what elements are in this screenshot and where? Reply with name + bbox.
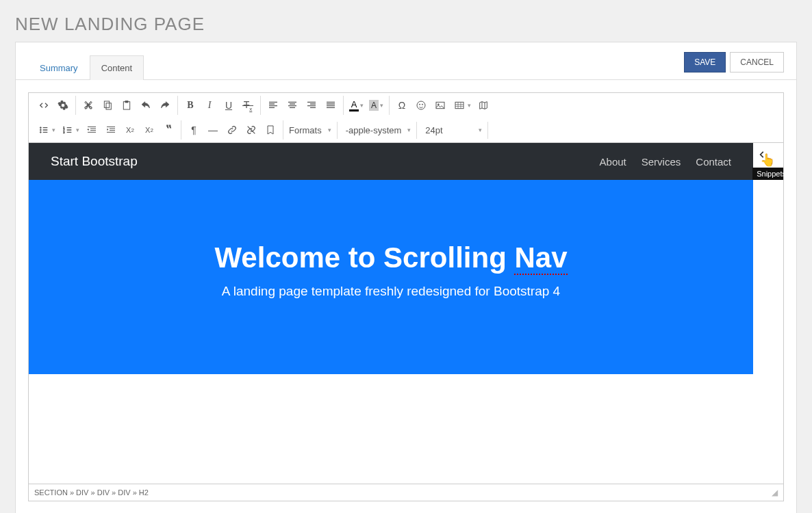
fontsize-select[interactable]: 24pt bbox=[420, 122, 488, 139]
text-color-dropdown[interactable]: ▾ bbox=[360, 102, 364, 109]
svg-rect-3 bbox=[106, 103, 111, 109]
text-color-button[interactable]: A bbox=[346, 96, 361, 115]
svg-point-6 bbox=[417, 101, 425, 109]
preview-hero: Welcome to Scrolling Nav A landing page … bbox=[29, 180, 753, 374]
settings-button[interactable] bbox=[53, 96, 73, 115]
svg-rect-4 bbox=[123, 102, 129, 109]
svg-rect-5 bbox=[125, 101, 128, 103]
action-buttons: SAVE CANCEL bbox=[684, 52, 784, 73]
table-button[interactable] bbox=[450, 96, 469, 115]
editor-canvas[interactable]: Start Bootstrap About Services Contact W… bbox=[29, 143, 753, 484]
numbered-list-button[interactable]: 123 bbox=[58, 120, 77, 140]
bookmark-button[interactable] bbox=[261, 120, 280, 140]
align-center-button[interactable] bbox=[283, 96, 302, 115]
editor-panel: Summary Content SAVE CANCEL bbox=[15, 42, 797, 513]
rich-text-editor: B I U Tx A ▾ A ▾ bbox=[28, 92, 784, 501]
toolbar-row-2: ▾ 123 ▾ X2 X2 ‟ ¶ — bbox=[29, 118, 783, 142]
content-area: 👆 Snippets Start Bootstrap About Service… bbox=[29, 143, 783, 484]
preview-nav-contact[interactable]: Contact bbox=[696, 156, 731, 168]
map-button[interactable] bbox=[474, 96, 493, 115]
preview-nav-links: About Services Contact bbox=[600, 156, 731, 168]
page-title: NEW LANDING PAGE bbox=[0, 0, 812, 42]
hr-button[interactable]: — bbox=[203, 120, 223, 140]
resize-grip-icon[interactable]: ◢ bbox=[772, 488, 778, 497]
subscript-button[interactable]: X2 bbox=[120, 120, 140, 140]
undo-button[interactable] bbox=[136, 96, 155, 115]
align-right-button[interactable] bbox=[302, 96, 321, 115]
element-path[interactable]: SECTION » DIV » DIV » DIV » H2 bbox=[34, 488, 149, 497]
font-select[interactable]: -apple-system bbox=[340, 122, 418, 139]
preview-brand: Start Bootstrap bbox=[51, 154, 138, 169]
svg-rect-2 bbox=[104, 101, 109, 107]
outdent-button[interactable] bbox=[82, 120, 101, 140]
copy-button[interactable] bbox=[98, 96, 117, 115]
bold-button[interactable]: B bbox=[181, 96, 200, 115]
indent-button[interactable] bbox=[101, 120, 120, 140]
tabs: Summary Content bbox=[28, 55, 144, 79]
redo-button[interactable] bbox=[155, 96, 175, 115]
italic-button[interactable]: I bbox=[200, 96, 219, 115]
unlink-button[interactable] bbox=[242, 120, 261, 140]
paste-button[interactable] bbox=[117, 96, 136, 115]
cut-button[interactable] bbox=[79, 96, 98, 115]
preview-hero-subtitle[interactable]: A landing page template freshly redesign… bbox=[42, 284, 739, 299]
bg-color-button[interactable]: A bbox=[366, 96, 381, 115]
blockquote-button[interactable]: ‟ bbox=[159, 120, 178, 140]
svg-point-8 bbox=[422, 104, 422, 105]
bg-color-dropdown[interactable]: ▾ bbox=[380, 102, 383, 109]
bullet-list-button[interactable] bbox=[34, 120, 53, 140]
chevron-left-icon bbox=[757, 150, 767, 159]
svg-point-13 bbox=[40, 129, 41, 131]
paragraph-button[interactable]: ¶ bbox=[184, 120, 203, 140]
save-button[interactable]: SAVE bbox=[684, 52, 726, 73]
link-button[interactable] bbox=[223, 120, 242, 140]
editor-wrap: B I U Tx A ▾ A ▾ bbox=[16, 80, 796, 513]
element-path-bar: SECTION » DIV » DIV » DIV » H2 ◢ bbox=[29, 484, 783, 501]
preview-hero-title[interactable]: Welcome to Scrolling Nav bbox=[42, 241, 739, 274]
toolbar-row-1: B I U Tx A ▾ A ▾ bbox=[29, 93, 783, 118]
emoji-button[interactable] bbox=[411, 96, 431, 115]
superscript-button[interactable]: X2 bbox=[140, 120, 159, 140]
svg-text:3: 3 bbox=[63, 131, 65, 134]
special-char-button[interactable]: Ω bbox=[392, 96, 411, 115]
source-code-button[interactable] bbox=[34, 96, 53, 115]
tab-content[interactable]: Content bbox=[90, 55, 144, 80]
svg-point-7 bbox=[419, 104, 420, 105]
preview-nav-services[interactable]: Services bbox=[642, 156, 681, 168]
snippets-tooltip: Snippets bbox=[752, 168, 783, 180]
image-button[interactable] bbox=[431, 96, 450, 115]
cancel-button[interactable]: CANCEL bbox=[730, 52, 784, 73]
toolbar: B I U Tx A ▾ A ▾ bbox=[29, 93, 783, 143]
tabs-row: Summary Content SAVE CANCEL bbox=[16, 42, 796, 80]
tab-summary[interactable]: Summary bbox=[28, 55, 90, 80]
align-justify-button[interactable] bbox=[321, 96, 340, 115]
formats-select[interactable]: Formats bbox=[283, 122, 338, 139]
svg-point-12 bbox=[40, 127, 41, 129]
align-left-button[interactable] bbox=[264, 96, 283, 115]
preview-nav-about[interactable]: About bbox=[600, 156, 626, 168]
snippets-button[interactable] bbox=[753, 146, 771, 163]
svg-rect-11 bbox=[455, 102, 464, 108]
svg-point-14 bbox=[40, 131, 41, 133]
underline-button[interactable]: U bbox=[219, 96, 238, 115]
strikethrough-button[interactable]: Tx bbox=[238, 96, 257, 115]
preview-navbar: Start Bootstrap About Services Contact bbox=[29, 143, 753, 180]
